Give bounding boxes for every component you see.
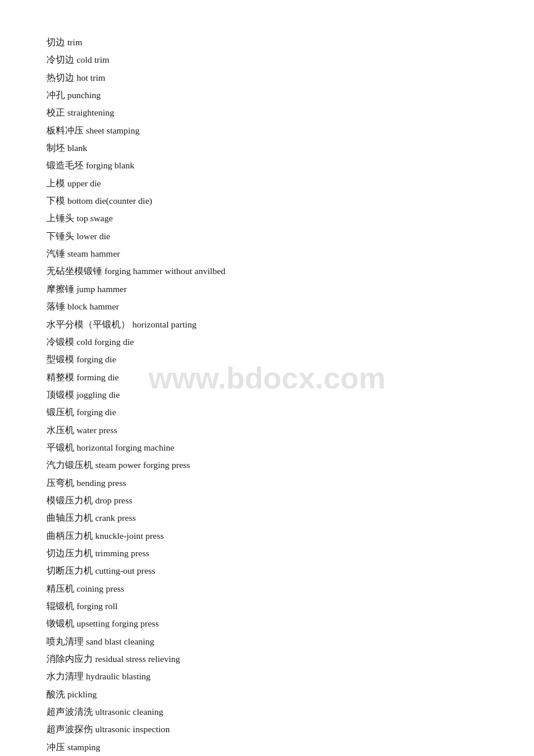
terminology-list: 切边 trim冷切边 cold trim热切边 hot trim冲孔 punch… — [46, 35, 488, 756]
list-item: 压弯机 bending press — [46, 476, 488, 491]
list-item: 汽力锻压机 steam power forging press — [46, 458, 488, 473]
list-item: 摩擦锤 jump hammer — [46, 282, 488, 297]
list-item: 曲柄压力机 knuckle-joint press — [46, 528, 488, 543]
list-item: 镦锻机 upsetting forging press — [46, 616, 488, 631]
list-item: 超声波清洗 ultrasonic cleaning — [46, 704, 488, 719]
list-item: 冷锻模 cold forging die — [46, 334, 488, 350]
list-item: 校正 straightening — [46, 105, 488, 120]
list-item: 顶锻模 joggling die — [46, 387, 488, 402]
list-item: 水平分模（平锻机） horizontal parting — [46, 317, 488, 332]
list-item: 切断压力机 cutting-out press — [46, 563, 488, 578]
list-item: 冲孔 punching — [46, 88, 488, 103]
list-item: 辊锻机 forging roll — [46, 599, 488, 614]
list-item: 汽锤 steam hammer — [46, 246, 488, 261]
list-item: 酸洗 pickling — [46, 687, 488, 702]
list-item: 制坯 blank — [46, 141, 488, 156]
list-item: 冷切边 cold trim — [46, 52, 488, 67]
list-item: 型锻模 forging die — [46, 352, 488, 367]
list-item: 热切边 hot trim — [46, 70, 488, 85]
list-item: 水压机 water press — [46, 423, 488, 438]
list-item: 平锻机 horizontal forging machine — [46, 440, 488, 455]
list-item: 锻压机 forging die — [46, 405, 488, 420]
list-item: 落锤 block hammer — [46, 299, 488, 314]
list-item: 切边压力机 trimming press — [46, 546, 488, 561]
list-item: 板料冲压 sheet stamping — [46, 123, 488, 138]
list-item: 水力清理 hydraulic blasting — [46, 669, 488, 684]
list-item: 消除内应力 residual stress relieving — [46, 651, 488, 667]
list-item: 精整模 forming die — [46, 370, 488, 385]
list-item: 超声波探伤 ultrasonic inspection — [46, 722, 488, 737]
list-item: 冲压 stamping — [46, 740, 488, 755]
list-item: 曲轴压力机 crank press — [46, 510, 488, 525]
list-item: 模锻压力机 drop press — [46, 493, 488, 508]
list-item: 精压机 coining press — [46, 581, 488, 596]
list-item: 下锤头 lower die — [46, 229, 488, 244]
list-item: 喷丸清理 sand blast cleaning — [46, 634, 488, 649]
list-item: 切边 trim — [46, 35, 488, 50]
list-item: 上锤头 top swage — [46, 211, 488, 226]
list-item: 锻造毛坯 forging blank — [46, 158, 488, 173]
list-item: 无砧坐模锻锤 forging hammer without anvilbed — [46, 264, 488, 279]
list-item: 下模 bottom die(counter die) — [46, 193, 488, 208]
list-item: 上模 upper die — [46, 176, 488, 191]
